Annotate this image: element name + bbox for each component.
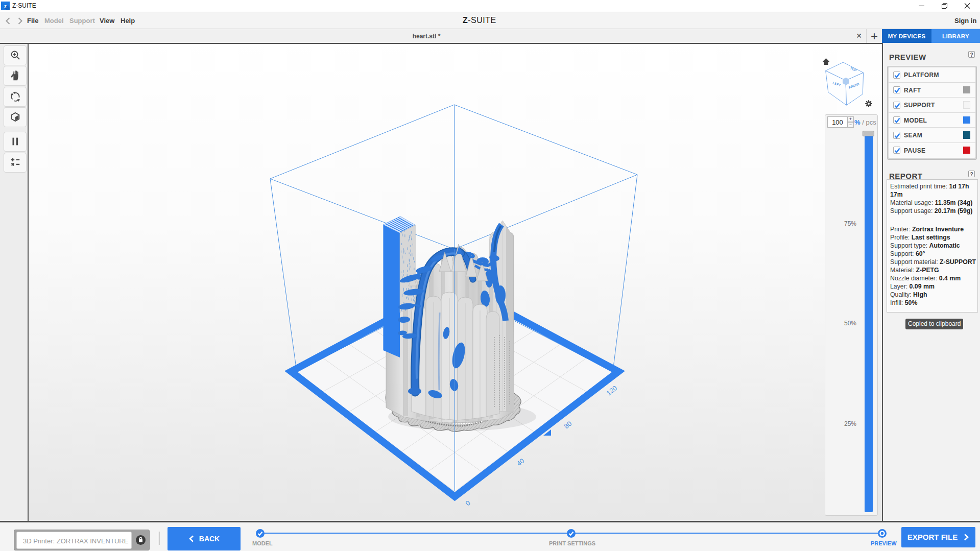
svg-text:z: z (4, 4, 7, 9)
